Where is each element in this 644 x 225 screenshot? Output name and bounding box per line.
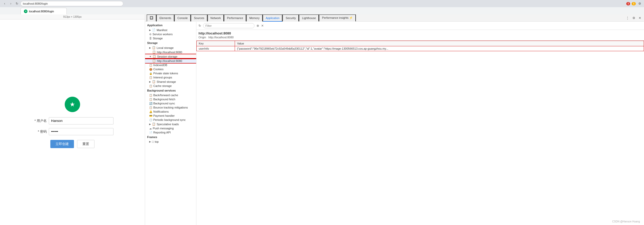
section-application: Application — [145, 23, 196, 28]
tab-inspect[interactable]: 🔲 — [147, 14, 156, 22]
sidebar-item-local-storage[interactable]: ▶ 📋 Local storage — [145, 46, 196, 50]
sidebar-item-periodic-sync[interactable]: 🕐 Periodic background sync — [145, 118, 196, 122]
devtools-sidebar: Application ▶ 📄 Manifest ⚙ Service worke… — [145, 22, 196, 225]
bgf-icon: 📋 — [149, 98, 152, 101]
notif-icon: 🔔 — [149, 110, 152, 113]
ls-expand-icon: ▶ — [149, 47, 151, 49]
ls-localhost-label: http://localhost:8080 — [157, 51, 182, 54]
ra-label: Reporting API — [153, 131, 171, 134]
size-indicator: 913px × 1305px — [0, 14, 145, 20]
pm-icon: ☁ — [149, 127, 152, 130]
devtools-toolbar: 🔲 Elements Console Sources Network Perfo… — [145, 14, 644, 22]
top-icon: □ — [152, 140, 154, 143]
sidebar-item-storage-main[interactable]: 🗄 Storage — [145, 36, 196, 40]
browser-chrome: ‹ › ↻ localhost:8080/login 8 6 ⚙ — [0, 0, 644, 7]
sidebar-item-session-storage[interactable]: ▼ 📋 Session storage — [145, 54, 196, 59]
devtools-body: Application ▶ 📄 Manifest ⚙ Service worke… — [145, 22, 644, 225]
filter-input[interactable] — [203, 23, 254, 28]
manifest-label: Manifest — [157, 29, 167, 32]
sidebar-item-ls-localhost[interactable]: 📋 http://localhost:8080 — [145, 50, 196, 54]
section-frames-label: Frames — [147, 136, 157, 139]
ig-icon: 📋 — [149, 76, 152, 79]
sidebar-item-indexeddb[interactable]: 📋 IndexedDB — [145, 63, 196, 67]
sidebar-item-manifest[interactable]: ▶ 📄 Manifest — [145, 28, 196, 32]
back-button[interactable]: ‹ — [2, 1, 7, 6]
col-key: Key — [197, 41, 235, 46]
origin-value: http://localhost:8080 — [209, 36, 234, 39]
tab-elements[interactable]: Elements — [156, 14, 174, 22]
cache-icon: 📋 — [149, 85, 152, 87]
settings-icon[interactable]: ⚙ — [637, 1, 642, 6]
address-bar[interactable]: localhost:8080/login — [21, 1, 123, 6]
browser-right-icons: 8 6 ⚙ — [626, 1, 642, 6]
reset-button[interactable]: 重置 — [77, 140, 94, 148]
ss-label: Session storage — [157, 55, 177, 58]
forward-button[interactable]: › — [8, 1, 13, 6]
sidebar-item-private-state[interactable]: 🔒 Private state tokens — [145, 71, 196, 75]
refresh-storage-icon[interactable]: ↻ — [198, 24, 201, 28]
pm-label: Push messaging — [153, 127, 174, 130]
filter-clear-button[interactable]: ⊗ — [257, 24, 259, 28]
storage-main-icon: 🗄 — [149, 37, 152, 40]
browser-tab[interactable]: ★ localhost:8080/login — [21, 8, 67, 14]
sidebar-item-interest-groups[interactable]: 📋 Interest groups — [145, 75, 196, 79]
ls-icon: 📋 — [152, 46, 156, 49]
tab-security[interactable]: Security — [282, 14, 299, 22]
sidebar-item-bg-sync[interactable]: 🔄 Background sync — [145, 101, 196, 105]
tab-performance[interactable]: Performance — [224, 14, 246, 22]
sidebar-item-top[interactable]: ▶ □ top — [145, 140, 196, 144]
table-row[interactable]: userInfo {"password":"96e79218965eb72c92… — [197, 46, 644, 51]
warning-badge: 6 — [632, 2, 636, 5]
filter-x-button[interactable]: ✕ — [261, 24, 264, 28]
tab-network[interactable]: Network — [207, 14, 224, 22]
tab-sources[interactable]: Sources — [191, 14, 207, 22]
sidebar-item-service-workers[interactable]: ⚙ Service workers — [145, 32, 196, 36]
ph-icon: 💳 — [149, 114, 152, 117]
starbucks-logo: ★ — [65, 97, 80, 112]
tab-perf-insights[interactable]: Performance insights ⚡ — [319, 14, 356, 22]
sl-icon: 📋 — [152, 122, 156, 126]
ss-localhost-icon: 📋 — [152, 59, 156, 62]
password-input[interactable] — [49, 128, 113, 135]
col-value: Value — [235, 41, 644, 46]
sidebar-item-bfc[interactable]: 📋 Back/forward cache — [145, 93, 196, 97]
address-text: localhost:8080/login — [23, 2, 48, 5]
main-layout: 913px × 1305px ★ * 用户名 * 密码 立即创建 重置 — [0, 14, 644, 225]
close-devtools-icon[interactable]: ✕ — [637, 15, 642, 21]
sidebar-item-bounce-tracking[interactable]: 📋 Bounce tracking mitigations — [145, 105, 196, 110]
ig-label: Interest groups — [153, 76, 172, 79]
devtools-panel: 🔲 Elements Console Sources Network Perfo… — [145, 14, 644, 225]
tab-bar: ★ localhost:8080/login — [0, 7, 644, 14]
sidebar-item-cookies[interactable]: 🍪 Cookies — [145, 67, 196, 71]
sidebar-item-push-messaging[interactable]: ☁ Push messaging — [145, 126, 196, 130]
url-section: http://localhost:8080 Origin http://loca… — [196, 30, 644, 41]
storage-url: http://localhost:8080 — [198, 31, 642, 35]
sidebar-item-payment-handler[interactable]: 💳 Payment handler — [145, 114, 196, 118]
error-badge: 8 — [626, 2, 630, 5]
sidebar-item-shared-storage[interactable]: ▶ 📋 Shared storage — [145, 79, 196, 84]
bgf-label: Background fetch — [153, 98, 175, 101]
manifest-icon: 📄 — [152, 28, 156, 32]
idb-icon: 📋 — [149, 64, 152, 67]
storage-main-label: Storage — [153, 37, 163, 40]
submit-button[interactable]: 立即创建 — [50, 140, 74, 148]
sidebar-item-reporting-api[interactable]: 📄 Reporting API — [145, 130, 196, 134]
tab-console[interactable]: Console — [174, 14, 191, 22]
sidebar-item-ss-localhost[interactable]: 📋 http://localhost:8080 — [145, 59, 196, 63]
dock-icon[interactable]: ⋮ — [625, 15, 630, 21]
toolbar-icons: ⋮ ⚙ ✕ — [625, 15, 642, 21]
sw-label: Service workers — [153, 33, 173, 36]
settings-devtools-icon[interactable]: ⚙ — [631, 15, 636, 21]
tab-memory[interactable]: Memory — [246, 14, 263, 22]
tab-application[interactable]: Application — [263, 14, 283, 22]
sidebar-item-bg-fetch[interactable]: 📋 Background fetch — [145, 97, 196, 101]
refresh-button[interactable]: ↻ — [14, 1, 20, 6]
username-input[interactable] — [49, 117, 113, 124]
section-application-label: Application — [147, 24, 163, 27]
sidebar-item-notifications[interactable]: 🔔 Notifications — [145, 110, 196, 114]
sidebar-item-speculative-loads[interactable]: ▶ 📋 Speculative loads — [145, 122, 196, 126]
sidebar-item-cache-storage[interactable]: 📋 Cache storage — [145, 84, 196, 88]
tab-lighthouse[interactable]: Lighthouse — [299, 14, 319, 22]
password-row: * 密码 — [31, 128, 113, 135]
shared-expand-icon: ▶ — [149, 80, 151, 83]
